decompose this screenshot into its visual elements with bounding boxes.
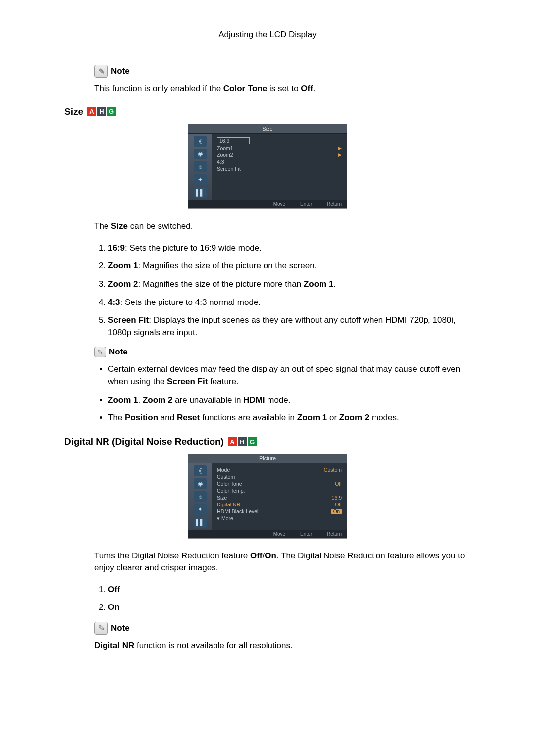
osd-value: Off <box>335 502 342 507</box>
osd-row: Custom <box>217 473 342 480</box>
osd-footer-return: Return <box>321 202 342 207</box>
text: : Magnifies the size of the picture more… <box>138 279 304 289</box>
osd-footer-move: Move <box>268 531 285 537</box>
osd-value: Off <box>335 481 342 487</box>
osd-title: Picture <box>188 454 347 463</box>
osd-item-label: 16:9 <box>217 137 250 144</box>
arrow-icon: ▶ <box>338 146 342 151</box>
osd-sidebar: ⟪ ◉ ⌾ ✦ ▌▌ <box>188 134 212 200</box>
osd-item-label: Screen Fit <box>217 166 241 172</box>
osd-item: 4:3 <box>217 158 342 165</box>
text: The <box>94 221 111 231</box>
list-item: Off <box>108 584 471 596</box>
dnr-note-text: Digital NR function is not available for… <box>94 640 471 652</box>
picture-icon: ⟪ <box>194 465 207 476</box>
note-block: ✎ Note <box>94 622 471 635</box>
note-icon: ✎ <box>94 622 108 635</box>
text: . <box>313 84 316 93</box>
text: : Displays the input scenes as they are … <box>108 315 456 337</box>
text: , <box>138 395 142 404</box>
ahg-badges: A H G <box>228 437 257 446</box>
osd-row: Color ToneOff <box>217 480 342 487</box>
gear-icon: ✦ <box>194 174 207 185</box>
text-bold: Zoom 2 <box>143 395 172 404</box>
list-item: 4:3: Sets the picture to 4:3 normal mode… <box>108 297 471 309</box>
arrow-icon: ▶ <box>338 152 342 157</box>
note-block: ✎ Note <box>94 347 471 357</box>
ahg-badges: A H G <box>87 107 116 116</box>
size-list: 16:9: Sets the picture to 16:9 wide mode… <box>94 242 471 339</box>
list-item: 16:9: Sets the picture to 16:9 wide mode… <box>108 242 471 254</box>
text-bold: On <box>265 551 276 560</box>
list-item: Screen Fit: Displays the input scenes as… <box>108 314 471 339</box>
note-label: Note <box>111 623 130 633</box>
osd-footer: Move Enter Return <box>188 530 347 538</box>
text-bold: Position <box>125 413 158 422</box>
text-bold: Size <box>111 221 128 231</box>
text-bold: Zoom 1 <box>297 413 327 422</box>
osd-label: Custom <box>217 474 235 480</box>
note-icon: ✎ <box>94 65 108 78</box>
badge-g: G <box>107 107 116 116</box>
text: is set to <box>267 84 301 93</box>
osd-pill: On <box>331 509 342 514</box>
osd-picture: Picture ⟪ ◉ ⌾ ✦ ▌▌ ModeCustom Custom Col… <box>188 454 347 538</box>
text: feature. <box>208 377 238 386</box>
osd-sidebar: ⟪ ◉ ⌾ ✦ ▌▌ <box>188 463 212 530</box>
text-bold: Zoom 1 <box>108 261 138 270</box>
sound-icon: ◉ <box>194 149 207 159</box>
osd-item-label: Zoom1 <box>217 145 233 151</box>
multi-icon: ▌▌ <box>194 517 207 528</box>
setup-icon: ⌾ <box>194 161 207 172</box>
osd-row: Size16:9 <box>217 494 342 501</box>
note-label: Note <box>111 66 130 76</box>
osd-label: Mode <box>217 467 230 473</box>
osd-item: Zoom1▶ <box>217 145 342 151</box>
osd-item: Screen Fit <box>217 165 342 172</box>
badge-a: A <box>87 107 96 116</box>
page-header: Adjusting the LCD Display <box>64 30 471 45</box>
caption: The Size can be switched. <box>94 220 471 232</box>
text-bold: Color Tone <box>223 84 267 93</box>
note-label: Note <box>109 347 128 357</box>
text-bold: 4:3 <box>108 298 120 307</box>
heading-text: Digital NR (Digital Noise Reduction) <box>64 436 224 447</box>
osd-row: ▾ More <box>217 515 342 522</box>
list-item: Zoom 1, Zoom 2 are unavailable in HDMI m… <box>108 394 471 406</box>
list-item: The Position and Reset functions are ava… <box>108 412 471 424</box>
text: mode. <box>265 395 291 404</box>
text: : Magnifies the size of the picture on t… <box>138 261 317 270</box>
text: functions are available in <box>200 413 297 422</box>
text: can be switched. <box>128 221 193 231</box>
text: Turns the Digital Noise Reduction featur… <box>94 551 250 560</box>
osd-row: ModeCustom <box>217 466 342 473</box>
multi-icon: ▌▌ <box>194 187 207 198</box>
size-notes: Certain external devices may feed the di… <box>94 363 471 424</box>
osd-body: ⟪ ◉ ⌾ ✦ ▌▌ 16:9 Zoom1▶ Zoom2▶ 4:3 Screen… <box>188 134 347 200</box>
text-bold: Screen Fit <box>167 377 208 386</box>
text: function is not available for all resolu… <box>134 641 292 650</box>
osd-label: ▾ More <box>217 515 233 521</box>
osd-title: Size <box>188 124 347 134</box>
text-bold: Zoom 1 <box>108 395 138 404</box>
list-item: Certain external devices may feed the di… <box>108 363 471 388</box>
text: are unavailable in <box>172 395 243 404</box>
text: : Sets the picture to 16:9 wide mode. <box>125 243 262 252</box>
text: : Sets the picture to 4:3 normal mode. <box>120 298 261 307</box>
gear-icon: ✦ <box>194 504 207 515</box>
osd-item: Zoom2▶ <box>217 151 342 158</box>
badge-g: G <box>248 437 257 446</box>
osd-label: Color Temp. <box>217 488 245 494</box>
osd-content: ModeCustom Custom Color ToneOff Color Te… <box>212 463 347 530</box>
text: The <box>108 413 125 422</box>
text-bold: On <box>108 603 120 612</box>
text-bold: Off <box>301 84 313 93</box>
osd-value: Custom <box>324 467 342 473</box>
footer-rule <box>64 726 471 726</box>
osd-row-highlight: Digital NROff <box>217 501 342 508</box>
text-bold: Reset <box>177 413 200 422</box>
list-item: On <box>108 602 471 614</box>
text-bold: HDMI <box>243 395 265 404</box>
osd-label: HDMI Black Level <box>217 508 258 514</box>
text-bold: Digital NR <box>94 641 134 650</box>
